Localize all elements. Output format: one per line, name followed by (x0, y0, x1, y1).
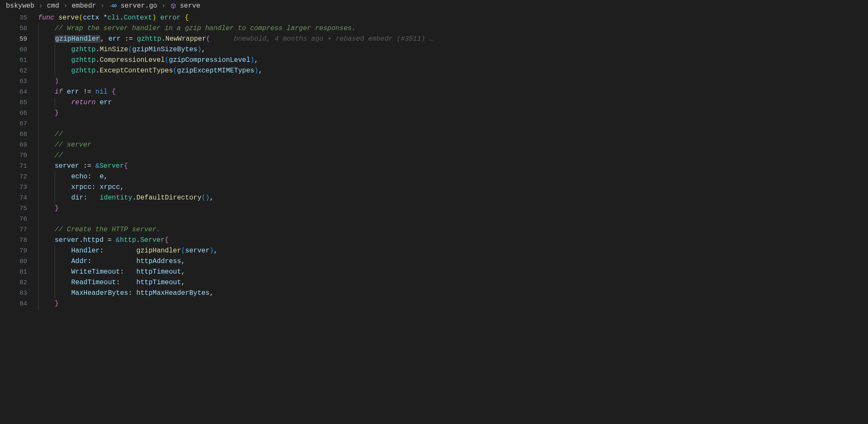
line-number[interactable]: 35 (0, 13, 38, 23)
code-text[interactable]: server.httpd = &http.Server{ (55, 235, 169, 246)
indent-guides (38, 34, 55, 44)
line-number[interactable]: 58 (0, 23, 38, 34)
code-line[interactable]: 80Addr: httpAddress, (0, 256, 868, 267)
code-line[interactable]: 84} (0, 299, 868, 309)
code-text[interactable]: WriteTimeout: httpTimeout, (71, 267, 185, 277)
line-number[interactable]: 77 (0, 224, 38, 235)
code-text[interactable]: // server (55, 140, 91, 150)
code-line[interactable]: 82ReadTimeout: httpTimeout, (0, 277, 868, 288)
breadcrumb-segment[interactable]: bskyweb (6, 2, 34, 10)
line-number[interactable]: 59 (0, 34, 38, 44)
line-number[interactable]: 60 (0, 44, 38, 55)
breadcrumb-segment[interactable]: embedr (72, 2, 96, 10)
symbol-function-icon (170, 3, 177, 9)
breadcrumb[interactable]: bskyweb › cmd › embedr › -GO server.go ›… (0, 0, 868, 12)
code-line[interactable]: 58// Wrap the server handler in a gzip h… (0, 23, 868, 34)
code-line[interactable]: 63) (0, 76, 868, 87)
line-number[interactable]: 76 (0, 214, 38, 224)
code-line[interactable]: 65return err (0, 97, 868, 108)
code-line[interactable]: 72echo: e, (0, 172, 868, 182)
code-text[interactable]: return err (71, 97, 112, 108)
line-number[interactable]: 84 (0, 299, 38, 309)
line-number[interactable]: 68 (0, 129, 38, 140)
code-line[interactable]: 74dir: identity.DefaultDirectory(), (0, 193, 868, 203)
line-number[interactable]: 67 (0, 119, 38, 129)
code-text[interactable]: server := &Server{ (55, 161, 128, 172)
indent-guides (38, 23, 55, 34)
code-line[interactable]: 79Handler: gzipHandler(server), (0, 246, 868, 256)
line-number[interactable]: 66 (0, 108, 38, 119)
code-text[interactable]: xrpcc: xrpcc, (71, 182, 124, 193)
code-text[interactable]: // Wrap the server handler in a gzip han… (55, 23, 356, 34)
code-line[interactable]: 59gzipHandler, err := gzhttp.NewWrapper(… (0, 34, 868, 44)
code-line[interactable]: 75} (0, 203, 868, 214)
code-line[interactable]: 66} (0, 108, 868, 119)
line-number[interactable]: 81 (0, 267, 38, 277)
breadcrumb-segment[interactable]: cmd (47, 2, 59, 10)
code-text[interactable]: if err != nil { (55, 87, 116, 97)
line-number[interactable]: 79 (0, 246, 38, 256)
breadcrumb-segment[interactable]: server.go (120, 2, 157, 10)
code-editor[interactable]: bskyweb › cmd › embedr › -GO server.go ›… (0, 0, 868, 424)
code-line[interactable]: 35func serve(cctx *cli.Context) error { (0, 13, 868, 23)
code-text[interactable]: gzipHandler, err := gzhttp.NewWrapper(bn… (55, 34, 433, 44)
indent-guides (38, 246, 71, 256)
code-line[interactable]: 62gzhttp.ExceptContentTypes(gzipExceptMI… (0, 66, 868, 76)
breadcrumb-symbol[interactable]: serve (180, 2, 200, 10)
code-text[interactable]: gzhttp.CompressionLevel(gzipCompressionL… (71, 55, 259, 66)
line-number[interactable]: 82 (0, 277, 38, 288)
code-area[interactable]: 35func serve(cctx *cli.Context) error {5… (0, 12, 868, 309)
code-line[interactable]: 76 (0, 214, 868, 224)
code-line[interactable]: 83MaxHeaderBytes: httpMaxHeaderBytes, (0, 288, 868, 299)
code-text[interactable]: } (55, 108, 59, 119)
code-line[interactable]: 71server := &Server{ (0, 161, 868, 172)
indent-guides (38, 87, 55, 97)
code-line[interactable]: 64if err != nil { (0, 87, 868, 97)
code-line[interactable]: 81WriteTimeout: httpTimeout, (0, 267, 868, 277)
line-number[interactable]: 62 (0, 66, 38, 76)
indent-guides (38, 55, 71, 66)
code-text[interactable]: func serve(cctx *cli.Context) error { (38, 13, 189, 23)
line-number[interactable]: 78 (0, 235, 38, 246)
code-text[interactable]: dir: identity.DefaultDirectory(), (71, 193, 214, 203)
code-text[interactable]: ReadTimeout: httpTimeout, (71, 277, 185, 288)
line-number[interactable]: 63 (0, 76, 38, 87)
code-text[interactable]: // (55, 129, 63, 140)
code-line[interactable]: 61gzhttp.CompressionLevel(gzipCompressio… (0, 55, 868, 66)
code-text[interactable]: Handler: gzipHandler(server), (71, 246, 218, 256)
code-text[interactable]: ) (55, 76, 59, 87)
line-number[interactable]: 75 (0, 203, 38, 214)
code-text[interactable]: MaxHeaderBytes: httpMaxHeaderBytes, (71, 288, 214, 299)
line-number[interactable]: 71 (0, 161, 38, 172)
code-text[interactable]: } (55, 299, 59, 309)
code-text[interactable]: } (55, 203, 59, 214)
line-number[interactable]: 72 (0, 172, 38, 182)
git-blame-annotation[interactable]: bnewbold, 4 months ago • rebased embedr … (234, 35, 433, 43)
code-line[interactable]: 67 (0, 119, 868, 129)
indent-guides (38, 203, 55, 214)
code-text[interactable]: // (55, 150, 63, 161)
line-number[interactable]: 65 (0, 97, 38, 108)
code-text[interactable]: gzhttp.ExceptContentTypes(gzipExceptMIME… (71, 66, 262, 76)
code-line[interactable]: 69// server (0, 140, 868, 150)
line-number[interactable]: 64 (0, 87, 38, 97)
code-line[interactable]: 68// (0, 129, 868, 140)
code-text[interactable]: // Create the HTTP server. (55, 224, 161, 235)
code-line[interactable]: 77// Create the HTTP server. (0, 224, 868, 235)
line-number[interactable]: 69 (0, 140, 38, 150)
line-number[interactable]: 83 (0, 288, 38, 299)
code-text[interactable]: echo: e, (71, 172, 108, 182)
line-number[interactable]: 70 (0, 150, 38, 161)
line-number[interactable]: 74 (0, 193, 38, 203)
chevron-right-icon: › (100, 2, 105, 10)
code-text[interactable]: Addr: httpAddress, (71, 256, 185, 267)
code-text[interactable]: gzhttp.MinSize(gzipMinSizeBytes), (71, 44, 206, 55)
line-number[interactable]: 73 (0, 182, 38, 193)
code-line[interactable]: 78server.httpd = &http.Server{ (0, 235, 868, 246)
code-line[interactable]: 60gzhttp.MinSize(gzipMinSizeBytes), (0, 44, 868, 55)
line-number[interactable]: 61 (0, 55, 38, 66)
line-number[interactable]: 80 (0, 256, 38, 267)
code-line[interactable]: 70// (0, 150, 868, 161)
indent-guides (38, 66, 71, 76)
code-line[interactable]: 73xrpcc: xrpcc, (0, 182, 868, 193)
